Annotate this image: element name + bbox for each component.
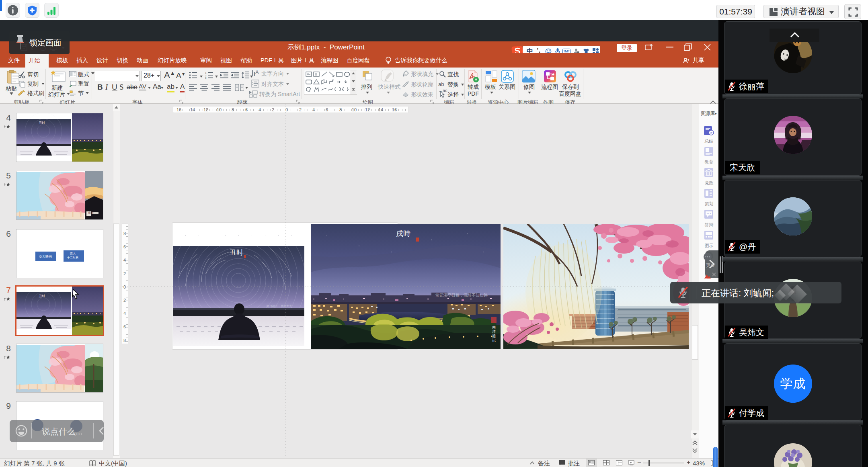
svg-text:交大映画: 交大映画 (39, 255, 52, 258)
svg-text:十二时辰: 十二时辰 (67, 256, 78, 259)
svg-text:丑时: 丑时 (39, 294, 45, 298)
svg-text:记: 记 (492, 338, 496, 342)
svg-text:戌時: 戌時 (396, 229, 410, 238)
svg-text:常记溪亭日暮，沉醉不知归路: 常记溪亭日暮，沉醉不知归路 (435, 293, 488, 297)
svg-text:3: 3 (205, 77, 207, 79)
svg-text:交大: 交大 (70, 252, 76, 255)
svg-text:南: 南 (492, 325, 496, 329)
svg-text:通: 通 (492, 334, 496, 338)
svg-text:A: A (255, 69, 259, 75)
svg-text:1: 1 (205, 72, 207, 74)
svg-text:红日初升，其道大光: 红日初升，其道大光 (267, 305, 292, 308)
svg-text:2: 2 (205, 74, 207, 77)
svg-text:丑时: 丑时 (39, 121, 45, 125)
svg-text:南洋: 南洋 (88, 211, 94, 215)
svg-text:洋: 洋 (492, 330, 496, 334)
